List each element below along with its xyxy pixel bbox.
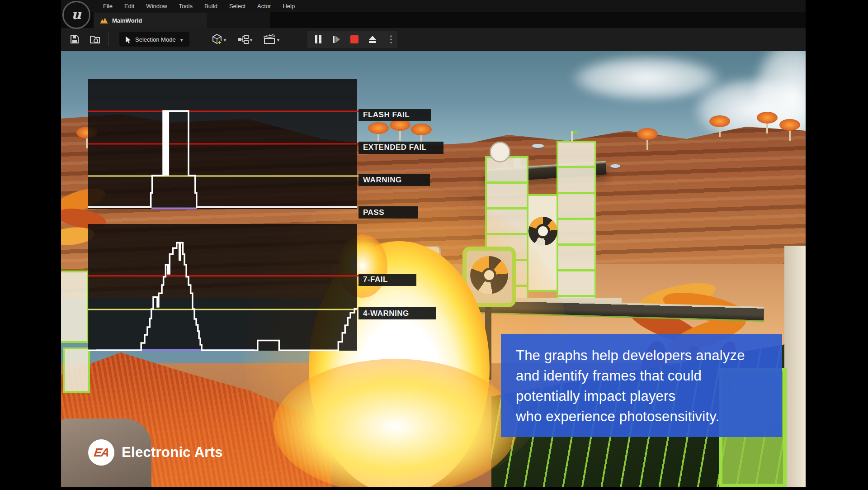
menu-file[interactable]: File	[98, 1, 118, 11]
ea-brand: EA Electronic Arts	[88, 439, 223, 466]
palm-tree	[766, 120, 768, 133]
flash-graph-panel	[88, 79, 357, 209]
cursor-icon	[125, 36, 132, 43]
caption-line: potentially impact players	[516, 386, 782, 406]
palm-tree	[399, 127, 401, 141]
level-icon	[100, 17, 108, 24]
folder-search-icon	[90, 34, 101, 45]
tab-label: MainWorld	[112, 17, 142, 24]
caption-line: who experience photosensitivity.	[516, 406, 782, 427]
chevron-down-icon: ▼	[223, 38, 227, 43]
vent-fan	[528, 217, 557, 246]
add-cube-icon	[211, 33, 223, 45]
blueprints-button[interactable]: ▼	[237, 31, 254, 48]
pause-icon	[314, 35, 322, 44]
cloud	[572, 56, 721, 101]
palm-tree	[646, 136, 648, 150]
ea-brand-name: Electronic Arts	[122, 444, 223, 461]
chevron-down-icon: ▼	[179, 38, 184, 43]
add-actor-button[interactable]: ▼	[211, 31, 227, 48]
play-controls	[307, 31, 397, 48]
green-structure-left	[61, 271, 89, 343]
pause-button[interactable]	[310, 31, 326, 48]
save-button[interactable]	[66, 31, 83, 48]
main-toolbar: Selection Mode ▼ ▼ ▼	[61, 28, 806, 51]
caption-line: and identify frames that could	[516, 366, 782, 386]
play-options-button[interactable]	[387, 31, 395, 48]
tab-mainworld[interactable]: MainWorld	[94, 13, 207, 28]
level-viewport[interactable]: The graphs help developers analyze and i…	[61, 51, 806, 487]
menu-build[interactable]: Build	[199, 1, 222, 11]
threshold-label-4-warning: 4-WARNING	[359, 307, 436, 319]
menu-help[interactable]: Help	[278, 1, 300, 11]
palm-tree	[789, 127, 791, 141]
warning-graph-panel	[88, 224, 357, 351]
selection-mode-label: Selection Mode	[135, 36, 176, 43]
chevron-down-icon: ▼	[276, 38, 281, 43]
menu-edit[interactable]: Edit	[119, 1, 139, 11]
screen: { "menu_bar": { "items": ["File", "Edit"…	[0, 0, 868, 490]
palm-tree	[86, 135, 88, 148]
menu-select[interactable]: Select	[224, 1, 250, 11]
green-structure-left	[63, 347, 90, 393]
menu-actor[interactable]: Actor	[252, 1, 276, 11]
explosion-flare	[274, 359, 518, 487]
eject-button[interactable]	[364, 31, 381, 48]
toolbar-separator	[108, 33, 108, 46]
cinematics-button[interactable]: ▼	[264, 31, 281, 48]
frame-skip-button[interactable]	[328, 31, 344, 48]
caption-box: The graphs help developers analyze and i…	[501, 334, 782, 437]
threshold-label-7-fail: 7-FAIL	[359, 274, 416, 286]
unreal-logo-icon[interactable]: u	[62, 1, 90, 29]
tab-strip: MainWorld	[61, 12, 806, 28]
caption-line: The graphs help developers analyze	[516, 345, 782, 366]
eject-icon	[368, 35, 377, 44]
step-forward-icon	[332, 35, 341, 44]
kebab-menu-icon	[390, 35, 392, 43]
letterbox-bottom	[0, 487, 868, 490]
clapperboard-icon	[264, 34, 276, 45]
flag	[573, 131, 580, 135]
stop-button[interactable]	[346, 31, 363, 48]
stop-icon	[350, 35, 359, 43]
palm-tree	[719, 124, 721, 137]
threshold-label-warning: WARNING	[359, 174, 430, 186]
save-icon	[69, 34, 80, 45]
drone	[610, 164, 620, 168]
threshold-label-flash-fail: FLASH FAIL	[359, 109, 431, 121]
threshold-label-pass: PASS	[359, 206, 418, 219]
light-wall-right	[784, 246, 806, 487]
satellite-dish	[490, 142, 510, 162]
chevron-down-icon: ▼	[249, 38, 254, 43]
play-controls-separator	[384, 33, 384, 45]
selection-mode-dropdown[interactable]: Selection Mode ▼	[119, 32, 189, 47]
ea-logo-icon: EA	[88, 439, 114, 466]
menu-bar: File Edit Window Tools Build Select Acto…	[61, 0, 806, 12]
flash-graph-plot	[88, 79, 357, 209]
blueprint-node-icon	[237, 34, 249, 45]
browse-content-button[interactable]	[87, 31, 104, 48]
threshold-label-extended-fail: EXTENDED FAIL	[359, 142, 443, 154]
menu-tools[interactable]: Tools	[174, 1, 198, 11]
editor-window: File Edit Window Tools Build Select Acto…	[61, 0, 806, 487]
menu-window[interactable]: Window	[141, 1, 172, 11]
warning-graph-plot	[88, 224, 357, 351]
